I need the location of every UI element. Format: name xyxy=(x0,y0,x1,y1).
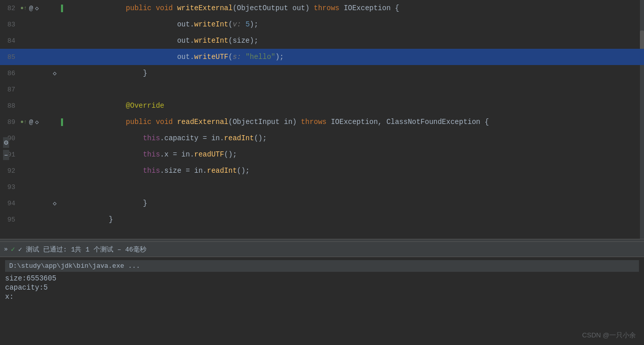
plain-token: , xyxy=(378,118,386,126)
method-token: readUTF xyxy=(194,150,224,159)
bookmark-indicator[interactable]: ◇ xyxy=(53,70,56,77)
code-line: 84 out.writeInt(size); xyxy=(0,33,644,49)
gear-icon[interactable]: ⚙ xyxy=(3,137,9,148)
line-content[interactable]: public void writeExternal(ObjectOutput o… xyxy=(107,0,644,16)
line-content[interactable]: this.size = in.readInt(); xyxy=(107,163,644,179)
exception-token: IOException xyxy=(344,4,390,12)
string-token: "hello" xyxy=(246,53,275,61)
console-output-line: size:6553605 xyxy=(5,274,639,283)
green-bar xyxy=(61,118,63,126)
console-outputs: size:6553605capacity:5x: xyxy=(5,274,639,301)
code-line: 82●↑ @ ◇ public void writeExternal(Objec… xyxy=(0,0,644,16)
plain-token: ( xyxy=(233,4,237,12)
line-indicators: ●↑ @ ◇ xyxy=(20,118,61,126)
plain-token: } xyxy=(126,69,147,77)
minus-icon[interactable]: – xyxy=(3,150,9,160)
exception-token: IOException xyxy=(331,118,378,126)
line-gutter: 89●↑ @ ◇ xyxy=(0,118,107,126)
method-token: readExternal xyxy=(177,118,228,126)
line-content[interactable]: this.x = in.readUTF(); xyxy=(107,146,644,163)
type-token: ObjectInput xyxy=(233,118,280,126)
line-content[interactable]: } xyxy=(107,65,644,81)
settings-bar: ⚙ – xyxy=(0,137,12,160)
line-number: 94 xyxy=(0,200,20,207)
plain-token: (size); xyxy=(228,37,258,45)
line-number: 84 xyxy=(0,37,20,45)
plain-token: .capacity = in. xyxy=(160,134,224,142)
run-indicator[interactable]: ●↑ xyxy=(20,119,27,125)
annotation-token: @Override xyxy=(126,102,165,110)
this-kw-token: this xyxy=(143,134,160,142)
line-number: 93 xyxy=(0,183,20,191)
code-line: 88 @Override xyxy=(0,98,644,114)
code-line: 91 this.x = in.readUTF(); xyxy=(0,146,644,163)
plain-token: (); xyxy=(224,150,237,159)
method-token: writeInt xyxy=(194,37,228,45)
code-line: 92 this.size = in.readInt(); xyxy=(0,163,644,179)
run-indicator[interactable]: ●↑ xyxy=(20,5,27,11)
line-number: 85 xyxy=(0,53,20,61)
console-output-line: capacity:5 xyxy=(5,283,639,292)
throws-kw-token: throws xyxy=(314,4,344,12)
bookmark-indicator[interactable]: ◇ xyxy=(35,118,39,126)
code-container: 82●↑ @ ◇ public void writeExternal(Objec… xyxy=(0,0,644,228)
bookmark-indicator[interactable]: ◇ xyxy=(35,5,39,12)
line-content[interactable]: out.writeInt(size); xyxy=(107,33,644,49)
plain-token: (); xyxy=(254,134,267,142)
plain-token: .x = in. xyxy=(160,150,194,159)
line-number: 83 xyxy=(0,21,20,28)
method-token: writeExternal xyxy=(177,4,232,12)
line-gutter: 83 xyxy=(0,21,107,28)
line-content[interactable]: public void readExternal(ObjectInput in)… xyxy=(107,114,644,130)
at-indicator: @ xyxy=(29,5,33,12)
line-number: 87 xyxy=(0,86,20,93)
line-indicators: ◇ xyxy=(20,200,61,207)
line-indicators: ●↑ @ ◇ xyxy=(20,5,61,12)
code-line: 94◇ } xyxy=(0,195,644,211)
line-content[interactable]: out.writeInt(v: 5); xyxy=(107,16,644,33)
line-indicators: ◇ xyxy=(20,70,61,77)
line-gutter: 92 xyxy=(0,167,107,175)
test-status-text: ✓ 测试 已通过: 1共 1 个测试 – 46毫秒 xyxy=(18,245,146,254)
plain-token: ( xyxy=(228,118,232,126)
line-gutter: 86◇ xyxy=(0,70,107,77)
code-line: 87 xyxy=(0,81,644,98)
line-number: 95 xyxy=(0,216,20,224)
type-token: ObjectOutput xyxy=(237,4,288,12)
code-line: 90 this.capacity = in.readInt(); xyxy=(0,130,644,146)
code-line: 89●↑ @ ◇ public void readExternal(Object… xyxy=(0,114,644,130)
plain-token: ( xyxy=(228,20,232,28)
plain-token: out. xyxy=(143,20,194,28)
plain-token: out. xyxy=(143,53,194,61)
method-token: writeInt xyxy=(194,20,228,28)
plain-token: } xyxy=(109,215,113,224)
console-command: D:\study\app\jdk\bin\java.exe ... xyxy=(5,260,639,272)
this-kw-token: this xyxy=(143,167,160,175)
exception-token: ClassNotFoundException xyxy=(386,118,480,126)
line-gutter: 91 xyxy=(0,151,107,159)
line-content[interactable]: out.writeUTF(s: "hello"); xyxy=(107,49,644,65)
console-area: D:\study\app\jdk\bin\java.exe ... size:6… xyxy=(0,257,644,345)
plain-token: { xyxy=(391,4,400,12)
line-gutter: 87 xyxy=(0,86,107,93)
expand-arrows[interactable]: » xyxy=(4,246,8,253)
line-content[interactable]: this.capacity = in.readInt(); xyxy=(107,130,644,146)
line-number: 92 xyxy=(0,167,20,175)
line-content[interactable]: } xyxy=(107,195,644,211)
line-gutter: 85 xyxy=(0,53,107,61)
line-gutter: 90 xyxy=(0,135,107,142)
line-content[interactable]: } xyxy=(107,211,644,228)
plain-token: } xyxy=(126,199,147,207)
hint-token: s: xyxy=(233,53,246,61)
line-number: 89 xyxy=(0,118,20,126)
line-gutter: 88 xyxy=(0,102,107,110)
line-gutter: 82●↑ @ ◇ xyxy=(0,5,107,12)
editor-area: ⚙ – 82●↑ @ ◇ public void writeExternal(O… xyxy=(0,0,644,239)
test-status: ✓ ✓ 测试 已通过: 1共 1 个测试 – 46毫秒 xyxy=(11,245,146,254)
line-content[interactable]: @Override xyxy=(107,98,644,114)
this-kw-token: this xyxy=(143,150,160,159)
code-line: 95} xyxy=(0,211,644,228)
console-output-line: x: xyxy=(5,292,639,301)
bookmark-indicator[interactable]: ◇ xyxy=(53,200,56,207)
plain-token: ); xyxy=(275,53,284,61)
